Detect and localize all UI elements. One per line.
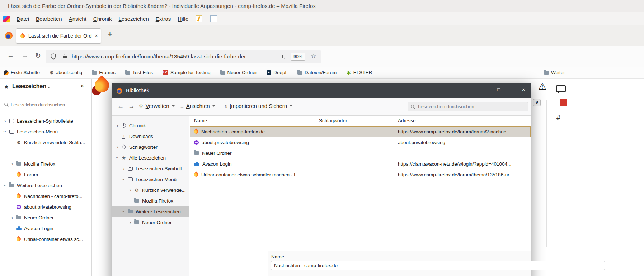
sidebar-item-kuerzlich-verwendete[interactable]: ⚙ Kürzlich verwendete Schla... xyxy=(0,137,91,148)
column-header-schlagwoerter[interactable]: Schlagwörter xyxy=(319,118,347,123)
library-search-input[interactable] xyxy=(417,104,523,110)
tree-item-kuerzlich-verwendete[interactable]: › ⚙ Kürzlich verwende... xyxy=(112,185,189,195)
library-minimize-button[interactable]: — xyxy=(467,87,480,92)
menu-datei[interactable]: Datei xyxy=(17,16,29,22)
collapse-chevron-icon[interactable]: › xyxy=(121,179,127,180)
sidebar-item-private-browsing[interactable]: about:privatebrowsing xyxy=(0,201,91,212)
v-extension-icon[interactable]: V xyxy=(533,99,541,106)
bookmark-row-urlbar-container[interactable]: Urlbar-container etwas schmaler machen -… xyxy=(190,169,531,180)
column-divider[interactable] xyxy=(316,118,316,124)
notes-extension-icon[interactable] xyxy=(196,15,202,22)
tree-item-mozilla-firefox[interactable]: Mozilla Firefox xyxy=(112,195,189,206)
sidebar-search-input[interactable] xyxy=(10,102,87,108)
bookmark-row-nachrichten-selected[interactable]: Nachrichten - camp-firefox.de https://ww… xyxy=(190,126,531,137)
sidebar-item-nachrichten[interactable]: Nachrichten - camp-firefo... xyxy=(0,191,91,201)
expand-chevron-icon[interactable]: › xyxy=(123,166,125,171)
library-close-button[interactable]: × xyxy=(517,87,530,92)
tree-item-chronik[interactable]: › Chronik xyxy=(112,120,189,131)
menu-extras[interactable]: Extras xyxy=(156,16,171,22)
bookmark-about-config[interactable]: ⚙ about:config xyxy=(50,70,82,75)
lock-icon[interactable] xyxy=(63,56,67,58)
library-forward-button[interactable]: → xyxy=(128,103,135,110)
bookmark-star-icon[interactable]: ☆ xyxy=(311,52,316,60)
library-maximize-button[interactable]: □ xyxy=(493,87,505,92)
tree-item-neuer-ordner[interactable]: › Neuer Ordner xyxy=(112,217,189,228)
reload-button[interactable]: ↻ xyxy=(35,52,41,60)
sidebar-search-box[interactable] xyxy=(2,100,88,109)
column-header-name[interactable]: Name xyxy=(194,118,207,123)
tree-item-downloads[interactable]: ↓ Downloads xyxy=(112,131,189,142)
import-backup-menu-button[interactable]: ↑↓ Importieren und Sichern xyxy=(224,103,292,109)
url-bar[interactable]: https://www.camp-firefox.de/forum/thema/… xyxy=(46,50,321,63)
views-menu-button[interactable]: ≡ Ansichten xyxy=(180,103,215,109)
sidebar-item-lesezeichen-menu[interactable]: › Lesezeichen-Menü xyxy=(0,126,91,137)
sidebar-item-forum[interactable]: Forum xyxy=(0,169,91,180)
window-minimize-button[interactable]: — xyxy=(532,1,545,8)
menu-chronik[interactable]: Chronik xyxy=(93,16,112,22)
sidebar-item-weitere-lesezeichen[interactable]: › Weitere Lesezeichen xyxy=(0,180,91,191)
firefox-logo-icon[interactable] xyxy=(5,32,13,39)
bookmark-row-avacon-login[interactable]: Avacon Login https://ciam.avacon-netz.de… xyxy=(190,158,531,169)
sidebar-item-lesezeichen-symbolleiste[interactable]: › Lesezeichen-Symbolleiste xyxy=(0,115,91,126)
tree-item-schlagwoerter[interactable]: › Schlagwörter xyxy=(112,142,189,152)
menu-ansicht[interactable]: Ansicht xyxy=(69,16,86,22)
sidebar-close-button[interactable]: × xyxy=(80,82,84,90)
active-tab[interactable]: Lässt sich die Farbe der Ord × xyxy=(16,28,101,44)
expand-chevron-icon[interactable]: › xyxy=(11,215,13,220)
name-field-input[interactable] xyxy=(271,261,605,270)
bookmark-dateien-forum[interactable]: Dateien/Forum xyxy=(297,70,337,75)
bookmark-frames[interactable]: Frames xyxy=(92,70,116,75)
reader-mode-icon[interactable] xyxy=(281,54,285,59)
bookmark-label: Dateien/Forum xyxy=(305,70,337,75)
manage-menu-button[interactable]: ⚙ Verwalten xyxy=(139,103,175,109)
bookmark-deepl[interactable]: DeepL xyxy=(267,70,288,75)
bookmark-neuer-ordner[interactable]: Neuer Ordner xyxy=(220,70,257,75)
expand-chevron-icon[interactable]: › xyxy=(4,118,6,124)
bookmark-erste-schritte[interactable]: Erste Schritte xyxy=(4,70,40,75)
menu-lesezeichen[interactable]: Lesezeichen xyxy=(119,16,149,22)
url-input[interactable]: https://www.camp-firefox.de/forum/thema/… xyxy=(72,53,275,60)
collapse-chevron-icon[interactable]: › xyxy=(2,131,8,133)
warning-icon[interactable]: ⚠ xyxy=(538,81,546,92)
bookmark-weiter[interactable]: Weiter xyxy=(544,67,565,78)
tree-item-lesezeichen-menu[interactable]: › Lesezeichen-Menü xyxy=(112,174,189,185)
back-button[interactable]: ← xyxy=(7,52,14,60)
tab-close-button[interactable]: × xyxy=(95,33,98,39)
bookmark-elster[interactable]: ∗ ELSTER xyxy=(346,70,372,76)
tree-item-weitere-lesezeichen-selected[interactable]: › Weitere Lesezeichen xyxy=(112,206,189,217)
bookmarks-toolbar-icon xyxy=(9,119,14,123)
expand-chevron-icon[interactable]: › xyxy=(130,187,131,193)
column-divider[interactable] xyxy=(395,118,395,124)
tree-item-lesezeichen-symbolleiste[interactable]: › Lesezeichen-Symboll... xyxy=(112,163,189,174)
collapse-chevron-icon[interactable]: › xyxy=(2,185,8,186)
tree-item-alle-lesezeichen[interactable]: › ★ Alle Lesezeichen xyxy=(112,152,189,163)
column-header-adresse[interactable]: Adresse xyxy=(398,118,416,123)
bookmark-sample-for-testing[interactable]: LC Sample for Testing xyxy=(163,70,211,75)
library-search-box[interactable] xyxy=(408,102,528,111)
sidebar-item-avacon-login[interactable]: Avacon Login xyxy=(0,223,91,234)
menu-bearbeiten[interactable]: Bearbeiten xyxy=(36,16,62,22)
forward-button[interactable]: → xyxy=(22,52,28,60)
bookmark-test-files[interactable]: Test Files xyxy=(125,70,153,75)
bookmark-row-privatebrowsing[interactable]: about:privatebrowsing about:privatebrows… xyxy=(190,137,531,148)
library-titlebar[interactable]: Bibliothek — □ × xyxy=(112,83,531,98)
bookmark-row-neuer-ordner[interactable]: Neuer Ordner xyxy=(190,148,531,158)
collapse-chevron-icon[interactable]: › xyxy=(121,211,127,213)
table-extension-icon[interactable] xyxy=(210,15,217,22)
collapse-chevron-icon[interactable]: › xyxy=(114,157,120,159)
expand-chevron-icon[interactable]: › xyxy=(117,144,118,150)
expand-chevron-icon[interactable]: › xyxy=(130,219,131,225)
red-extension-icon[interactable] xyxy=(560,99,567,106)
chat-bubble-icon[interactable] xyxy=(556,85,566,92)
tracking-protection-shield-icon[interactable] xyxy=(51,53,56,61)
zoom-level[interactable]: 90% xyxy=(291,53,305,61)
sidebar-item-neuer-ordner[interactable]: › Neuer Ordner xyxy=(0,212,91,223)
sidebar-item-mozilla-firefox[interactable]: › Mozilla Firefox xyxy=(0,158,91,169)
menu-hilfe[interactable]: Hilfe xyxy=(178,16,188,22)
sidebar-item-urlbar-container[interactable]: Urlbar-container etwas sc... xyxy=(0,234,91,244)
expand-chevron-icon[interactable]: › xyxy=(117,123,118,128)
library-back-button[interactable]: ← xyxy=(117,103,124,110)
sidebar-switcher-caret-icon[interactable] xyxy=(47,87,50,88)
expand-chevron-icon[interactable]: › xyxy=(11,161,13,167)
new-tab-button[interactable]: + xyxy=(108,30,112,39)
